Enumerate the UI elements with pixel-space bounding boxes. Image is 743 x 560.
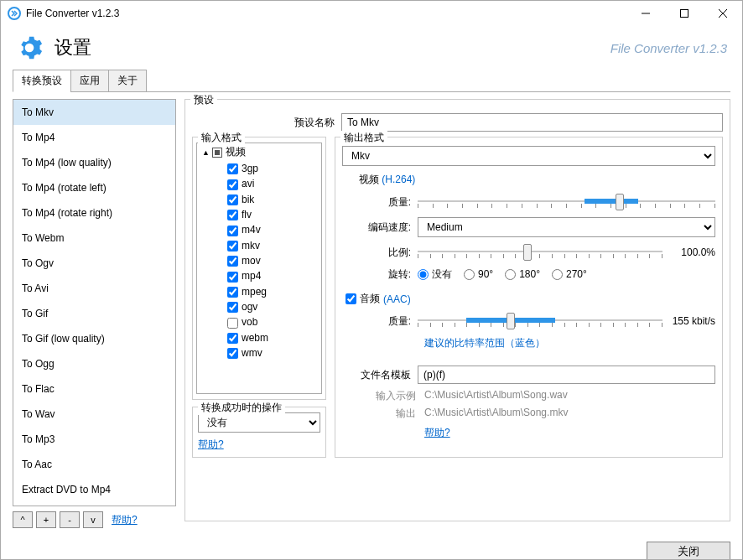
preset-item[interactable]: To Mp4 [13, 125, 175, 150]
preset-item[interactable]: To Ogv [13, 251, 175, 276]
format-label: webm [242, 332, 268, 344]
header: 设置 File Converter v1.2.3 [1, 26, 742, 70]
window-title: File Converter v1.2.3 [26, 8, 626, 19]
input-example-label: 输入示例 [342, 389, 424, 403]
format-checkbox[interactable] [227, 256, 238, 267]
preset-item[interactable]: To Ogg [13, 351, 175, 376]
preset-item[interactable]: To Mp4 (rotate left) [13, 175, 175, 200]
category-checkbox[interactable] [212, 148, 222, 158]
category-label: 视频 [226, 146, 246, 158]
audio-quality-value: 155 kbit/s [669, 315, 715, 327]
output-example-value: C:\Music\Artist\Album\Song.mkv [424, 407, 568, 421]
input-format-tree[interactable]: ▲视频 3gpavibikflvm4vmkvmovmp4mpegogvvobwe… [196, 143, 322, 394]
format-checkbox[interactable] [227, 318, 238, 329]
format-label: ogv [242, 301, 257, 313]
input-format-legend: 输入格式 [198, 131, 245, 145]
move-up-button[interactable]: ^ [13, 511, 33, 528]
output-help-link[interactable]: 帮助? [424, 426, 450, 440]
brand-label: File Converter v1.2.3 [611, 41, 727, 55]
preset-item[interactable]: To Mp4 (rotate right) [13, 200, 175, 226]
preset-item[interactable]: To Aac [13, 452, 175, 477]
format-checkbox[interactable] [227, 333, 238, 344]
post-action-select[interactable]: 没有 [198, 412, 320, 433]
output-format-legend: 输出格式 [340, 131, 387, 145]
preset-item[interactable]: To Mkv [13, 100, 175, 125]
audio-codec-label: (AAC) [383, 293, 411, 305]
titlebar: File Converter v1.2.3 [1, 1, 742, 26]
format-label: mov [242, 255, 261, 267]
preset-item[interactable]: To Gif (low quality) [13, 326, 175, 351]
remove-button[interactable]: - [60, 511, 80, 528]
audio-section-label: 音频 [360, 292, 380, 306]
rotate-option[interactable]: 180° [505, 268, 540, 280]
input-example-value: C:\Music\Artist\Album\Song.wav [424, 389, 568, 403]
post-action-legend: 转换成功时的操作 [198, 401, 285, 415]
bitrate-hint: 建议的比特率范围（蓝色） [424, 336, 715, 350]
format-checkbox[interactable] [227, 287, 238, 298]
audio-quality-slider[interactable] [418, 311, 662, 331]
format-checkbox[interactable] [227, 241, 238, 251]
filename-template-label: 文件名模板 [342, 368, 418, 382]
tab-presets[interactable]: 转换预设 [13, 70, 71, 92]
preset-item[interactable]: To Webm [13, 226, 175, 251]
video-codec-label: (H.264) [382, 174, 415, 185]
format-label: mp4 [242, 270, 261, 282]
rotate-option[interactable]: 90° [464, 268, 493, 280]
scale-value: 100.0% [669, 246, 715, 258]
rotate-radios: 没有90°180°270° [418, 267, 599, 282]
format-label: mpeg [242, 286, 267, 298]
scale-label: 比例: [342, 246, 418, 260]
quality-slider[interactable] [418, 192, 715, 212]
format-label: vob [242, 316, 257, 328]
preset-item[interactable]: Extract DVD to Mp4 [13, 477, 175, 502]
rotate-label: 旋转: [342, 267, 418, 282]
encoding-speed-label: 编码速度: [342, 220, 418, 235]
close-dialog-button[interactable]: 关闭 [647, 542, 730, 560]
format-label: wmv [242, 347, 262, 359]
minimize-button[interactable] [626, 1, 665, 26]
preset-name-input[interactable] [341, 113, 723, 132]
tab-app[interactable]: 应用 [70, 70, 109, 92]
video-section-label: 视频 [359, 174, 379, 185]
filename-template-input[interactable] [418, 366, 715, 384]
preset-item[interactable]: To Wav [13, 402, 175, 427]
format-label: flv [242, 209, 252, 220]
format-checkbox[interactable] [227, 226, 238, 236]
format-checkbox[interactable] [227, 179, 238, 190]
preset-name-label: 预设名称 [192, 116, 341, 130]
preset-item[interactable]: To Gif [13, 301, 175, 326]
preset-item[interactable]: To Avi [13, 276, 175, 301]
format-label: mkv [242, 240, 260, 251]
format-checkbox[interactable] [227, 348, 238, 359]
input-help-link[interactable]: 帮助? [198, 438, 224, 452]
preset-item[interactable]: To Mp3 [13, 427, 175, 452]
format-checkbox[interactable] [227, 163, 238, 174]
format-checkbox[interactable] [227, 302, 238, 313]
format-checkbox[interactable] [227, 272, 238, 283]
preset-help-link[interactable]: 帮助? [112, 513, 138, 527]
add-button[interactable]: + [36, 511, 56, 528]
output-format-select[interactable]: Mkv [342, 146, 715, 166]
preset-item[interactable]: To Flac [13, 376, 175, 402]
preset-item[interactable]: To Mp4 (low quality) [13, 150, 175, 175]
format-checkbox[interactable] [227, 210, 238, 220]
audio-quality-label: 质量: [342, 314, 418, 329]
rotate-option[interactable]: 270° [552, 268, 587, 280]
move-down-button[interactable]: v [83, 511, 103, 528]
rotate-option[interactable]: 没有 [418, 268, 452, 280]
tab-about[interactable]: 关于 [108, 70, 147, 92]
tab-bar: 转换预设 应用 关于 [1, 70, 742, 92]
maximize-button[interactable] [665, 1, 704, 26]
preset-list[interactable]: To MkvTo Mp4To Mp4 (low quality)To Mp4 (… [13, 99, 176, 506]
quality-label: 质量: [342, 195, 418, 210]
audio-enable-checkbox[interactable] [346, 293, 356, 304]
scale-slider[interactable] [418, 242, 662, 262]
close-button[interactable] [704, 1, 742, 26]
gear-icon [16, 34, 43, 61]
format-label: avi [242, 178, 254, 189]
format-label: bik [242, 194, 254, 205]
svg-rect-2 [681, 10, 688, 18]
format-checkbox[interactable] [227, 194, 238, 205]
encoding-speed-select[interactable]: Medium [418, 217, 715, 237]
page-title: 设置 [55, 35, 611, 60]
